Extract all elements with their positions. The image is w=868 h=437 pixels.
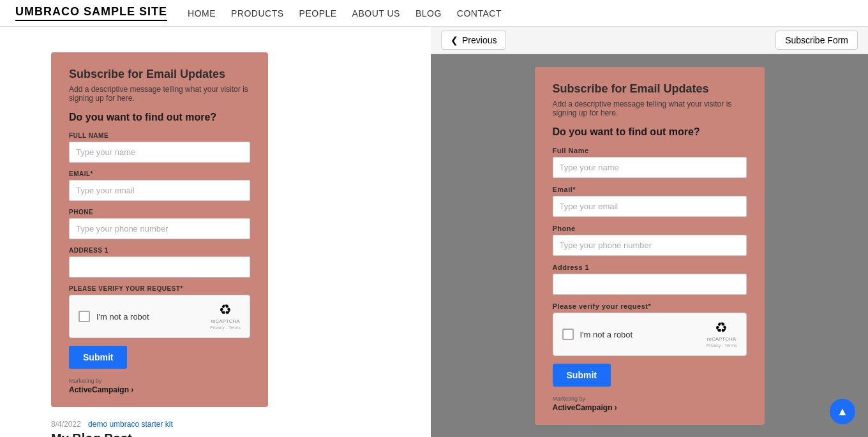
right-recaptcha-left: I'm not a robot [562,329,633,340]
right-email-group: Email* [553,186,747,217]
right-toolbar: ❮ Previous Subscribe Form [431,27,868,54]
right-address-group: Address 1 [553,263,747,295]
right-captcha-group: Please verify your request* I'm not a ro… [553,302,747,356]
left-active-campaign-link[interactable]: ActiveCampaign › [69,385,250,394]
nav-people[interactable]: PEOPLE [299,8,337,19]
left-subscribe-card: Subscribe for Email Updates Add a descri… [51,52,268,407]
left-marketing-by: Marketing by [69,378,250,384]
right-active-campaign-link[interactable]: ActiveCampaign › [553,403,747,412]
blog-meta: 8/4/2022 demo umbraco starter kit [51,420,380,429]
right-recaptcha-subtext: Privacy - Terms [706,343,737,348]
left-email-group: EMAIL* [69,170,250,201]
blog-section: 8/4/2022 demo umbraco starter kit My Blo… [51,407,380,437]
left-recaptcha-logo: ♻ reCAPTCHA Privacy - Terms [210,303,241,330]
right-full-name-label: Full Name [553,147,747,154]
left-full-name-group: FULL NAME [69,132,250,163]
chevron-left-icon: ❮ [451,35,458,45]
right-address-input[interactable] [553,274,747,295]
nav-home[interactable]: HOME [188,8,216,19]
left-panel: Subscribe for Email Updates Add a descri… [0,27,431,437]
scroll-to-top-button[interactable]: ▲ [830,399,855,424]
right-phone-label: Phone [553,225,747,232]
nav-links: HOME PRODUCTS PEOPLE ABOUT US BLOG CONTA… [188,8,502,19]
recaptcha-icon-right: ♻ [715,321,728,335]
left-email-input[interactable] [69,180,250,201]
left-email-label: EMAIL* [69,170,250,177]
left-card-subtitle: Add a descriptive message telling what y… [69,85,250,103]
right-email-label: Email* [553,186,747,193]
right-recaptcha-brand: reCAPTCHA [707,336,736,342]
nav-blog[interactable]: BLOG [415,8,442,19]
left-recaptcha-box: I'm not a robot ♻ reCAPTCHA Privacy - Te… [69,295,250,338]
previous-label: Previous [462,35,497,45]
navbar: UMBRACO SAMPLE SITE HOME PRODUCTS PEOPLE… [0,0,868,27]
left-recaptcha-subtext: Privacy - Terms [210,325,241,330]
left-recaptcha-left: I'm not a robot [79,311,149,322]
right-recaptcha-checkbox[interactable] [562,329,574,340]
right-content: Subscribe for Email Updates Add a descri… [431,54,868,437]
left-recaptcha-checkbox[interactable] [79,311,90,322]
right-phone-group: Phone [553,225,747,256]
blog-title: My Blog Post [51,431,380,437]
right-email-input[interactable] [553,196,747,217]
right-card-subtitle: Add a descriptive message telling what y… [553,100,747,117]
nav-products[interactable]: PRODUCTS [231,8,284,19]
recaptcha-icon-left: ♻ [219,303,232,317]
right-recaptcha-box: I'm not a robot ♻ reCAPTCHA Privacy - Te… [553,313,747,356]
right-card-title: Subscribe for Email Updates [553,82,747,96]
subscribe-form-button[interactable]: Subscribe Form [775,31,858,50]
nav-contact[interactable]: CONTACT [457,8,502,19]
left-recaptcha-brand: reCAPTCHA [211,318,239,324]
right-full-name-input[interactable] [553,157,747,178]
left-phone-input[interactable] [69,218,250,239]
brand-logo: UMBRACO SAMPLE SITE [15,5,167,21]
left-card-title: Subscribe for Email Updates [69,68,250,81]
blog-date: 8/4/2022 [51,420,81,429]
nav-about[interactable]: ABOUT US [352,8,400,19]
right-address-label: Address 1 [553,263,747,271]
right-captcha-label: Please verify your request* [553,302,747,310]
right-card-heading: Do you want to find out more? [553,126,747,138]
right-full-name-group: Full Name [553,147,747,178]
left-captcha-label: PLEASE VERIFY YOUR REQUEST* [69,285,250,292]
left-submit-button[interactable]: Submit [69,346,127,369]
left-full-name-input[interactable] [69,142,250,163]
left-address-input[interactable] [69,256,250,278]
right-marketing-by: Marketing by [553,396,747,402]
left-card-heading: Do you want to find out more? [69,112,250,123]
left-phone-group: PHONE [69,209,250,239]
right-subscribe-card: Subscribe for Email Updates Add a descri… [535,67,765,425]
left-full-name-label: FULL NAME [69,132,250,139]
left-address-group: ADDRESS 1 [69,247,250,278]
right-panel: ❮ Previous Subscribe Form Subscribe for … [431,27,868,437]
page-layout: Subscribe for Email Updates Add a descri… [0,27,868,437]
right-submit-button[interactable]: Submit [553,364,611,387]
left-phone-label: PHONE [69,209,250,216]
right-recaptcha-text: I'm not a robot [580,330,633,339]
blog-kit-label: demo umbraco starter kit [88,420,173,429]
left-captcha-group: PLEASE VERIFY YOUR REQUEST* I'm not a ro… [69,285,250,338]
left-recaptcha-text: I'm not a robot [96,312,149,322]
right-phone-input[interactable] [553,235,747,256]
previous-button[interactable]: ❮ Previous [441,31,506,50]
left-address-label: ADDRESS 1 [69,247,250,254]
right-recaptcha-logo: ♻ reCAPTCHA Privacy - Terms [706,321,737,348]
